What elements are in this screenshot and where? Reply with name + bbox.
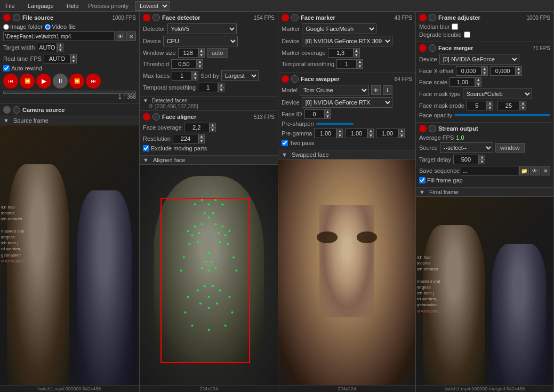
detector-select[interactable]: YoloV5 (167, 23, 237, 34)
file-source-power[interactable] (3, 14, 11, 21)
pause-btn[interactable]: ⏸ (53, 74, 68, 89)
target-delay-input[interactable] (453, 155, 479, 164)
degrade-bicubic-check[interactable] (464, 31, 470, 38)
face-aligner-toggle[interactable] (152, 113, 160, 121)
face-mask-blur-input[interactable] (497, 101, 520, 110)
marker-temporal-input[interactable] (336, 59, 357, 69)
face-id-up[interactable]: ▲ (325, 109, 331, 114)
menu-language[interactable]: Language (25, 2, 57, 10)
face-x-2-up[interactable]: ▲ (516, 66, 522, 71)
target-width-down[interactable]: ▼ (57, 47, 63, 52)
face-mask-blur-down[interactable]: ▼ (520, 106, 526, 110)
progress-bar[interactable] (3, 91, 136, 94)
marker-select[interactable]: Google FaceMesh (302, 23, 376, 34)
resolution-up[interactable]: ▲ (198, 134, 205, 139)
frame-adjuster-toggle[interactable] (429, 14, 436, 21)
threshold-down[interactable]: ▼ (197, 64, 203, 69)
face-marker-toggle[interactable] (291, 14, 299, 21)
aligned-expand-icon[interactable]: ▼ (143, 157, 149, 163)
face-opacity-slider[interactable] (454, 114, 550, 116)
radio-video-file[interactable]: Video file (45, 23, 76, 30)
face-coverage-up[interactable]: ▲ (210, 123, 216, 127)
merger-device-select[interactable]: [0] NVIDIA GeForce (439, 54, 519, 65)
pre-gamma-g-input[interactable] (345, 129, 367, 138)
filepath-close-btn[interactable]: ✕ (126, 31, 136, 41)
forward-btn[interactable]: ⏩ (69, 74, 84, 89)
marker-coverage-up[interactable]: ▲ (354, 48, 360, 53)
prev-frame-btn[interactable]: ⏮ (3, 74, 18, 89)
swapped-expand-icon[interactable]: ▼ (282, 151, 287, 158)
menu-file[interactable]: File (2, 2, 18, 10)
pre-gamma-b-down[interactable]: ▼ (398, 133, 405, 138)
face-scale-input[interactable] (449, 77, 475, 87)
rewind-btn[interactable]: ⏪ (20, 74, 35, 89)
auto-rewind-check[interactable]: Auto rewind (3, 65, 42, 71)
target-width-up[interactable]: ▲ (57, 43, 63, 47)
face-x-1-down[interactable]: ▼ (481, 71, 488, 76)
face-detector-toggle[interactable] (152, 14, 160, 21)
marker-coverage-down[interactable]: ▼ (354, 53, 360, 58)
radio-image-folder[interactable]: Image folder (3, 23, 43, 30)
model-eye-btn[interactable]: 👁 (371, 85, 381, 95)
fps-input[interactable] (44, 54, 70, 63)
face-aligner-power[interactable] (143, 113, 150, 121)
face-scale-down[interactable]: ▼ (475, 82, 481, 87)
temporal-up[interactable]: ▲ (218, 83, 224, 87)
window-btn[interactable]: window (495, 143, 525, 153)
window-size-input[interactable] (178, 48, 198, 58)
pre-sharpen-slider[interactable] (316, 123, 354, 125)
temporal-down[interactable]: ▼ (218, 87, 224, 92)
marker-temporal-down[interactable]: ▼ (357, 64, 363, 69)
sort-by-select[interactable]: Largest (221, 70, 259, 81)
file-source-toggle[interactable] (13, 14, 20, 21)
pre-gamma-g-up[interactable]: ▲ (367, 129, 374, 133)
priority-select[interactable]: Lowest (135, 1, 170, 11)
max-faces-down[interactable]: ▼ (192, 76, 198, 81)
face-x-2-down[interactable]: ▼ (516, 71, 522, 76)
marker-temporal-up[interactable]: ▲ (357, 59, 363, 64)
face-mask-erode-up[interactable]: ▲ (487, 101, 493, 106)
face-id-input[interactable] (304, 109, 325, 119)
face-marker-power[interactable] (282, 14, 289, 21)
source-expand-icon[interactable]: ▼ (3, 117, 9, 124)
face-scale-up[interactable]: ▲ (475, 77, 481, 82)
target-width-input[interactable] (37, 43, 57, 52)
stream-output-power[interactable] (419, 125, 427, 132)
menu-help[interactable]: Help (63, 2, 82, 10)
face-mask-erode-input[interactable] (467, 101, 487, 110)
marker-coverage-input[interactable] (328, 48, 354, 58)
target-delay-down[interactable]: ▼ (479, 159, 485, 164)
pre-gamma-b-up[interactable]: ▲ (398, 129, 405, 133)
pre-gamma-g-down[interactable]: ▼ (367, 133, 374, 138)
detected-expand[interactable]: ▼ (143, 98, 148, 103)
threshold-input[interactable] (171, 59, 197, 69)
fps-down[interactable]: ▼ (70, 59, 77, 63)
threshold-up[interactable]: ▲ (197, 59, 203, 64)
two-pass-check[interactable]: Two pass (282, 140, 314, 146)
max-faces-input[interactable] (172, 71, 192, 81)
face-x-offset-2[interactable] (490, 66, 516, 76)
temporal-input[interactable] (198, 83, 218, 92)
source-select[interactable]: --select-- (440, 142, 493, 153)
fps-up[interactable]: ▲ (70, 54, 77, 59)
fill-frame-gap-check[interactable]: Fill frame gap (419, 177, 463, 183)
pre-gamma-r-up[interactable]: ▲ (336, 129, 343, 133)
save-folder-btn[interactable]: 📁 (519, 166, 529, 175)
face-x-1-up[interactable]: ▲ (481, 66, 488, 71)
window-size-up[interactable]: ▲ (198, 48, 205, 53)
device-select[interactable]: CPU (163, 36, 238, 46)
face-merger-toggle[interactable] (429, 44, 436, 52)
face-coverage-input[interactable] (184, 123, 210, 132)
resolution-down[interactable]: ▼ (198, 139, 205, 143)
filepath-eye-btn[interactable]: 👁 (116, 31, 125, 41)
camera-toggle[interactable] (13, 106, 20, 114)
face-x-offset-1[interactable] (456, 66, 481, 76)
model-info-btn[interactable]: ℹ (383, 85, 392, 95)
next-frame-btn[interactable]: ⏭ (86, 74, 101, 89)
face-coverage-down[interactable]: ▼ (210, 127, 216, 132)
filepath-input[interactable] (3, 31, 115, 41)
save-sequence-input[interactable] (461, 166, 518, 175)
max-faces-up[interactable]: ▲ (192, 71, 198, 76)
save-close-btn[interactable]: ✕ (541, 166, 550, 175)
face-swapper-power[interactable] (282, 75, 289, 83)
